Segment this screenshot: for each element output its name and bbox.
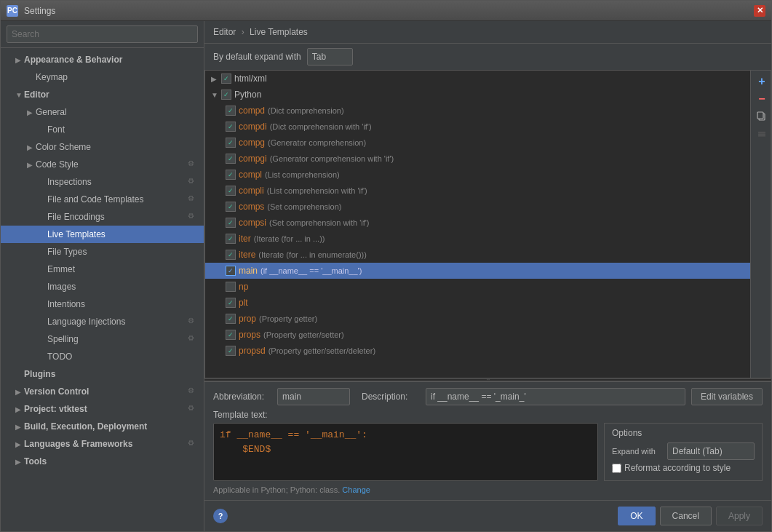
item-checkbox[interactable]: ✓: [226, 330, 236, 340]
group-python[interactable]: ▼ ✓ Python: [205, 87, 750, 103]
sidebar-item-label: Emmet: [47, 264, 198, 274]
item-checkbox[interactable]: ✓: [226, 154, 236, 164]
copy-template-button[interactable]: [754, 108, 770, 124]
sidebar-item-todo[interactable]: TODO: [1, 348, 204, 365]
template-item-compl[interactable]: ✓ compl (List comprehension): [205, 167, 750, 183]
move-template-button[interactable]: [754, 126, 770, 142]
item-checkbox[interactable]: ✓: [226, 202, 236, 212]
svg-rect-1: [757, 112, 763, 119]
template-item-np[interactable]: np: [205, 279, 750, 295]
apply-button[interactable]: Apply: [716, 507, 763, 525]
sidebar-item-label: General: [36, 107, 198, 117]
item-checkbox[interactable]: ✓: [226, 234, 236, 244]
sidebar-item-keymap[interactable]: Keymap: [1, 68, 204, 86]
item-checkbox[interactable]: ✓: [226, 218, 236, 228]
abbreviation-input[interactable]: [277, 388, 350, 405]
item-desc: (Generator comprehension with 'if'): [270, 154, 394, 163]
sidebar-item-intentions[interactable]: Intentions: [1, 295, 204, 313]
item-abbrev: compl: [239, 170, 262, 180]
sidebar-item-inspections[interactable]: Inspections ⚙: [1, 173, 204, 191]
cancel-button[interactable]: Cancel: [660, 507, 712, 525]
sidebar-item-label: Spelling: [47, 334, 188, 344]
sidebar-item-images[interactable]: Images: [1, 278, 204, 295]
template-item-props[interactable]: ✓ props (Property getter/setter): [205, 327, 750, 343]
template-item-compli[interactable]: ✓ compli (List comprehension with 'if'): [205, 183, 750, 199]
sidebar-item-language-injections[interactable]: Language Injections ⚙: [1, 313, 204, 330]
sidebar-item-color-scheme[interactable]: ▶ Color Scheme: [1, 138, 204, 156]
applicable-row: Applicable in Python; Python: class. Cha…: [213, 485, 763, 494]
expand-with-select[interactable]: Tab Space Enter: [307, 48, 353, 65]
template-item-iter[interactable]: ✓ iter (Iterate (for ... in ...)): [205, 231, 750, 247]
breadcrumb-editor: Editor: [213, 27, 236, 37]
template-item-prop[interactable]: ✓ prop (Property getter): [205, 311, 750, 327]
reformat-checkbox[interactable]: [612, 464, 621, 473]
item-checkbox[interactable]: ✓: [226, 266, 236, 276]
settings-icon: ⚙: [188, 334, 198, 344]
template-item-itere[interactable]: ✓ itere (Iterate (for ... in enumerate()…: [205, 247, 750, 263]
arrow-icon: ▶: [27, 161, 36, 169]
ok-button[interactable]: OK: [618, 507, 655, 525]
edit-variables-button[interactable]: Edit variables: [691, 388, 763, 405]
template-item-compd[interactable]: ✓ compd (Dict comprehension): [205, 103, 750, 119]
template-item-propsd[interactable]: ✓ propsd (Property getter/setter/deleter…: [205, 343, 750, 359]
sidebar-item-live-templates[interactable]: Live Templates: [1, 226, 204, 243]
group-checkbox[interactable]: ✓: [221, 74, 231, 84]
item-checkbox[interactable]: [226, 282, 236, 292]
item-checkbox[interactable]: ✓: [226, 346, 236, 356]
sidebar-tree: ▶ Appearance & Behavior Keymap ▼ Editor …: [1, 48, 204, 531]
template-item-main[interactable]: ✓ main (if __name__ == '__main__'): [205, 263, 750, 279]
arrow-icon: ▶: [15, 423, 24, 431]
item-checkbox[interactable]: ✓: [226, 138, 236, 148]
description-input[interactable]: [426, 388, 685, 405]
item-checkbox[interactable]: ✓: [226, 250, 236, 260]
template-item-compdi[interactable]: ✓ compdi (Dict comprehension with 'if'): [205, 119, 750, 135]
group-html-xml[interactable]: ▶ ✓ html/xml: [205, 71, 750, 87]
sidebar-item-general[interactable]: ▶ General: [1, 103, 204, 121]
sidebar-item-label: TODO: [47, 352, 198, 362]
item-checkbox[interactable]: ✓: [226, 170, 236, 180]
sidebar-item-file-code-templates[interactable]: File and Code Templates ⚙: [1, 191, 204, 208]
item-checkbox[interactable]: ✓: [226, 314, 236, 324]
template-item-compsi[interactable]: ✓ compsi (Set comprehension with 'if'): [205, 215, 750, 231]
template-item-compgi[interactable]: ✓ compgi (Generator comprehension with '…: [205, 151, 750, 167]
sidebar-item-version-control[interactable]: ▶ Version Control ⚙: [1, 383, 204, 400]
sidebar-item-emmet[interactable]: Emmet: [1, 261, 204, 278]
svg-rect-2: [758, 132, 765, 133]
sidebar-item-label: Language Injections: [47, 317, 188, 327]
sidebar-item-plugins[interactable]: Plugins: [1, 365, 204, 383]
sidebar-item-project[interactable]: ▶ Project: vtktest ⚙: [1, 400, 204, 418]
add-template-button[interactable]: +: [754, 74, 770, 90]
remove-template-button[interactable]: −: [754, 91, 770, 107]
item-checkbox[interactable]: ✓: [226, 298, 236, 308]
group-checkbox[interactable]: ✓: [221, 90, 231, 100]
template-item-compg[interactable]: ✓ compg (Generator comprehension): [205, 135, 750, 151]
template-textarea[interactable]: if __name__ == '__main__': $END$: [213, 423, 598, 481]
item-checkbox[interactable]: ✓: [226, 186, 236, 196]
item-desc: (Iterate (for ... in enumerate())): [258, 250, 367, 259]
close-button[interactable]: ✕: [754, 5, 765, 17]
sidebar-item-file-encodings[interactable]: File Encodings ⚙: [1, 208, 204, 226]
item-checkbox[interactable]: ✓: [226, 122, 236, 132]
arrow-icon: ▶: [15, 458, 24, 466]
template-item-comps[interactable]: ✓ comps (Set comprehension): [205, 199, 750, 215]
sidebar-item-code-style[interactable]: ▶ Code Style ⚙: [1, 156, 204, 173]
sidebar-item-appearance[interactable]: ▶ Appearance & Behavior: [1, 51, 204, 68]
right-panel: Editor › Live Templates By default expan…: [204, 21, 771, 531]
sidebar-item-build[interactable]: ▶ Build, Execution, Deployment: [1, 418, 204, 435]
sidebar-item-file-types[interactable]: File Types: [1, 243, 204, 261]
sidebar-item-languages[interactable]: ▶ Languages & Frameworks ⚙: [1, 435, 204, 453]
sidebar-item-label: Tools: [24, 456, 198, 467]
sidebar-item-font[interactable]: Font: [1, 121, 204, 138]
sidebar-item-spelling[interactable]: Spelling ⚙: [1, 330, 204, 348]
form-row-abbrev-desc: Abbreviation: Description: Edit variable…: [213, 388, 763, 405]
expand-with-option-select[interactable]: Default (Tab) Tab Space Enter: [667, 442, 755, 460]
sidebar-item-label: Project: vtktest: [24, 404, 188, 414]
sidebar-item-tools[interactable]: ▶ Tools: [1, 453, 204, 470]
change-applicable-link[interactable]: Change: [342, 485, 370, 494]
item-checkbox[interactable]: ✓: [226, 106, 236, 116]
search-input[interactable]: [7, 25, 198, 43]
template-item-plt[interactable]: ✓ plt: [205, 295, 750, 311]
settings-icon: ⚙: [188, 159, 198, 170]
sidebar-item-editor[interactable]: ▼ Editor: [1, 86, 204, 103]
help-button[interactable]: ?: [213, 509, 228, 523]
